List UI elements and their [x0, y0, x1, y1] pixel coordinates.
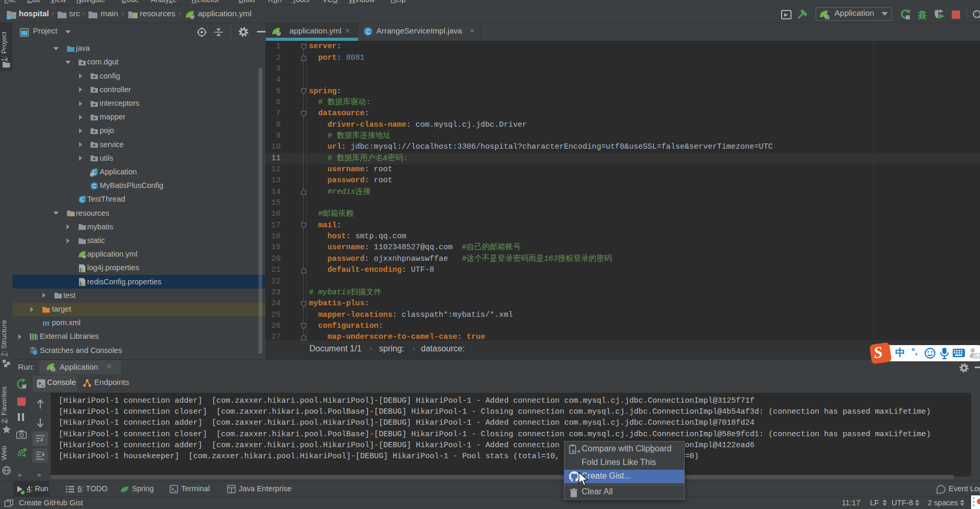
svg-text:C: C — [92, 183, 96, 189]
svg-text:m: m — [42, 319, 49, 327]
svg-text:C: C — [366, 28, 371, 36]
